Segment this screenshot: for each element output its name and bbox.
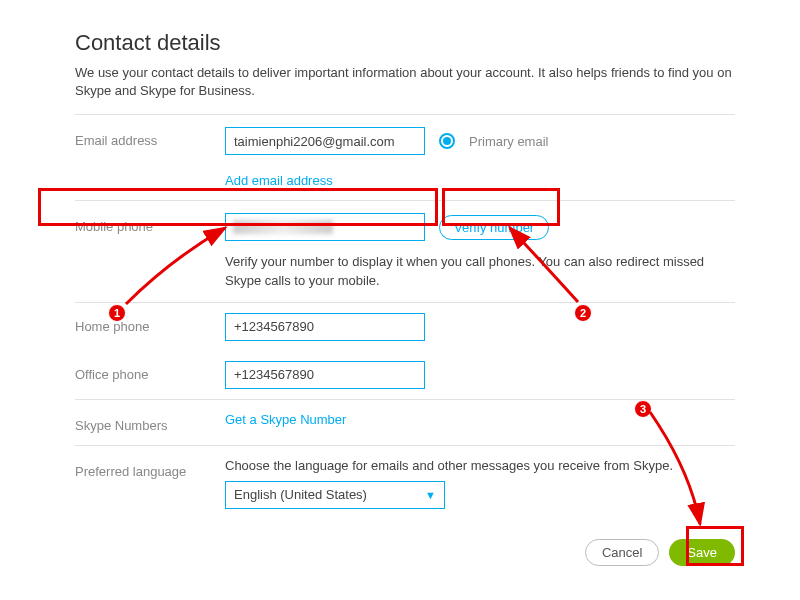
home-phone-input[interactable] <box>225 313 425 341</box>
mobile-note: Verify your number to display it when yo… <box>225 253 735 289</box>
language-desc: Choose the language for emails and other… <box>225 458 735 473</box>
save-button[interactable]: Save <box>669 539 735 566</box>
annotation-number-1: 1 <box>108 304 126 322</box>
intro-text: We use your contact details to deliver i… <box>75 64 735 100</box>
annotation-number-3: 3 <box>634 400 652 418</box>
language-value: English (United States) <box>234 487 367 502</box>
skype-numbers-label: Skype Numbers <box>75 412 225 433</box>
home-label: Home phone <box>75 313 225 334</box>
language-label: Preferred language <box>75 458 225 479</box>
email-label: Email address <box>75 127 225 148</box>
add-email-link[interactable]: Add email address <box>225 173 333 188</box>
verify-number-button[interactable]: Verify number <box>439 215 549 240</box>
office-phone-input[interactable] <box>225 361 425 389</box>
chevron-down-icon: ▼ <box>425 489 436 501</box>
get-skype-number-link[interactable]: Get a Skype Number <box>225 412 346 427</box>
annotation-number-2: 2 <box>574 304 592 322</box>
page-title: Contact details <box>75 30 735 56</box>
primary-email-label: Primary email <box>469 134 548 149</box>
language-select[interactable]: English (United States) ▼ <box>225 481 445 509</box>
primary-email-radio[interactable] <box>439 133 455 149</box>
mobile-label: Mobile phone <box>75 213 225 234</box>
office-label: Office phone <box>75 361 225 382</box>
cancel-button[interactable]: Cancel <box>585 539 659 566</box>
email-input[interactable] <box>225 127 425 155</box>
